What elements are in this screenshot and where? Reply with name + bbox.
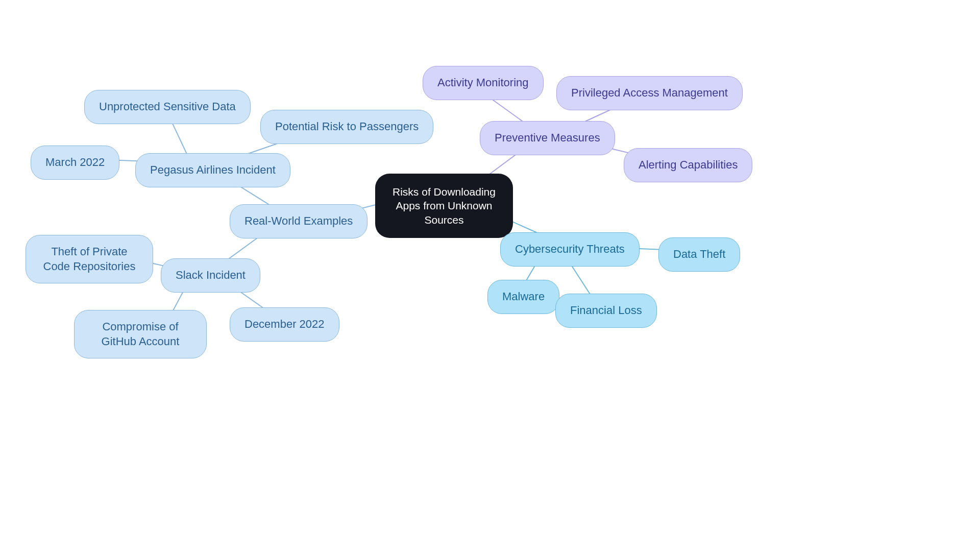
node-real-world-examples[interactable]: Real-World Examples bbox=[230, 204, 368, 238]
theft-label: Theft of Private Code Repositories bbox=[40, 245, 138, 274]
node-financial-loss[interactable]: Financial Loss bbox=[555, 294, 657, 328]
node-slack-incident[interactable]: Slack Incident bbox=[161, 258, 260, 293]
node-potential-risk-to-passengers[interactable]: Potential Risk to Passengers bbox=[260, 110, 433, 144]
preventive-label: Preventive Measures bbox=[495, 131, 600, 146]
node-preventive-measures[interactable]: Preventive Measures bbox=[480, 121, 615, 155]
node-malware[interactable]: Malware bbox=[487, 280, 559, 314]
node-theft-private-code[interactable]: Theft of Private Code Repositories bbox=[26, 235, 153, 283]
slack-date-label: December 2022 bbox=[244, 317, 325, 332]
financial-label: Financial Loss bbox=[570, 303, 642, 318]
node-march-2022[interactable]: March 2022 bbox=[31, 146, 119, 180]
threats-label: Cybersecurity Threats bbox=[515, 242, 625, 257]
pegasus-label: Pegasus Airlines Incident bbox=[150, 163, 276, 178]
node-compromise-github[interactable]: Compromise of GitHub Account bbox=[74, 310, 207, 358]
node-privileged-access-management[interactable]: Privileged Access Management bbox=[556, 76, 743, 110]
node-activity-monitoring[interactable]: Activity Monitoring bbox=[423, 66, 544, 100]
risk-label: Potential Risk to Passengers bbox=[275, 119, 419, 134]
pegasus-date-label: March 2022 bbox=[45, 155, 105, 170]
alerting-label: Alerting Capabilities bbox=[639, 158, 738, 173]
pam-label: Privileged Access Management bbox=[571, 86, 728, 101]
examples-label: Real-World Examples bbox=[244, 214, 353, 229]
mindmap-canvas: Risks of Downloading Apps from Unknown S… bbox=[0, 0, 980, 553]
node-december-2022[interactable]: December 2022 bbox=[230, 307, 339, 342]
node-data-theft[interactable]: Data Theft bbox=[658, 237, 740, 272]
node-cybersecurity-threats[interactable]: Cybersecurity Threats bbox=[500, 232, 640, 267]
unprotected-label: Unprotected Sensitive Data bbox=[99, 100, 236, 114]
node-unprotected-sensitive-data[interactable]: Unprotected Sensitive Data bbox=[84, 90, 251, 124]
center-node[interactable]: Risks of Downloading Apps from Unknown S… bbox=[375, 174, 513, 238]
center-label: Risks of Downloading Apps from Unknown S… bbox=[390, 185, 498, 227]
malware-label: Malware bbox=[502, 290, 545, 304]
node-pegasus-airlines-incident[interactable]: Pegasus Airlines Incident bbox=[135, 153, 290, 187]
activity-label: Activity Monitoring bbox=[437, 76, 529, 90]
node-alerting-capabilities[interactable]: Alerting Capabilities bbox=[624, 148, 752, 182]
github-label: Compromise of GitHub Account bbox=[89, 320, 192, 349]
datatheft-label: Data Theft bbox=[673, 247, 725, 262]
slack-label: Slack Incident bbox=[176, 268, 246, 283]
